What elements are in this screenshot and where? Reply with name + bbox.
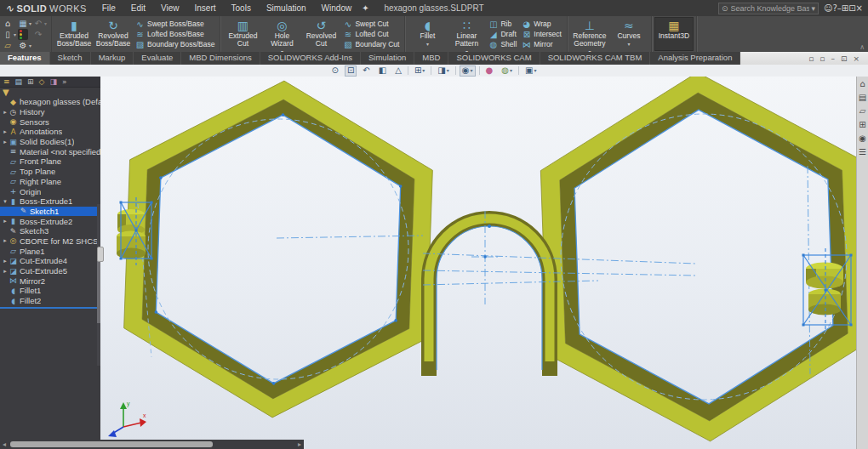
- panel-horizontal-scrollbar[interactable]: ◂ ▸: [0, 440, 304, 449]
- tab-analysis-preparation[interactable]: Analysis Preparation: [650, 52, 740, 65]
- panel-tab-display-manager[interactable]: ◨: [50, 77, 58, 86]
- expand-arrow-icon[interactable]: ▸: [2, 109, 9, 116]
- pane-right-icon[interactable]: ▫: [819, 54, 825, 63]
- tree-filter-row[interactable]: ▼: [0, 88, 100, 97]
- tree-item-annotations[interactable]: ▸AAnnotations: [0, 127, 100, 137]
- pane-left-icon[interactable]: ▫: [808, 54, 814, 63]
- file-explorer-button[interactable]: ▱: [859, 106, 866, 116]
- curves-button[interactable]: ≈Curves▾: [609, 17, 648, 51]
- expand-arrow-icon[interactable]: ▸: [2, 268, 9, 275]
- tree-item-sensors[interactable]: ◉Sensors: [0, 117, 100, 127]
- left-lens[interactable]: [121, 77, 436, 423]
- appearances-button[interactable]: ◉: [859, 134, 866, 143]
- display-style-button[interactable]: ◨▾: [435, 65, 451, 77]
- dropdown-arrow-icon[interactable]: ▾: [447, 66, 449, 75]
- lofted-boss-base-button[interactable]: ≋Lofted Boss/Base: [135, 29, 214, 39]
- edit-appearance-button[interactable]: ●: [483, 65, 496, 77]
- previous-view-button[interactable]: ↶: [360, 65, 372, 77]
- tab-markup[interactable]: Markup: [91, 52, 134, 65]
- annotation-views-button[interactable]: △: [392, 65, 404, 77]
- boundary-boss-base-button[interactable]: ▨Boundary Boss/Base: [135, 39, 214, 49]
- tree-item-origin[interactable]: +Origin: [0, 186, 100, 196]
- tab-solidworks-add-ins[interactable]: SOLIDWORKS Add-Ins: [260, 52, 361, 65]
- tab-features[interactable]: Features: [0, 52, 50, 65]
- close-window-icon[interactable]: ×: [856, 3, 863, 13]
- hide-show-items-button[interactable]: ◉▾: [460, 65, 476, 77]
- boundary-cut-button[interactable]: ▧Boundary Cut: [343, 39, 399, 49]
- view-settings-button[interactable]: ▣▾: [523, 65, 539, 77]
- swept-cut-button[interactable]: ∿Swept Cut: [343, 19, 399, 29]
- fillet-button[interactable]: ◖Fillet▾: [408, 17, 447, 51]
- panel-splitter-handle[interactable]: [97, 247, 104, 262]
- menu-simulation[interactable]: Simulation: [260, 2, 313, 14]
- model-canvas[interactable]: y x: [100, 77, 856, 449]
- user-account-icon[interactable]: ☺: [824, 3, 832, 13]
- new-file-button[interactable]: ▯▾: [3, 29, 16, 40]
- zoom-fit-button[interactable]: ⊙: [329, 65, 341, 77]
- tree-item-cut-extrude5[interactable]: ▸◪Cut-Extrude5: [0, 266, 100, 276]
- wrap-button[interactable]: ◕Wrap: [522, 19, 562, 29]
- hole-wizard-button[interactable]: ◎Hole Wizard▾: [262, 17, 301, 51]
- design-library-button[interactable]: ▤: [859, 93, 866, 102]
- panel-tab-configuration-manager[interactable]: ⊞: [27, 77, 34, 86]
- menu-edit[interactable]: Edit: [124, 2, 152, 14]
- search-box[interactable]: ⊙ ▾: [718, 3, 819, 14]
- rib-button[interactable]: ◫Rib: [488, 19, 517, 29]
- dropdown-arrow-icon[interactable]: ▾: [29, 20, 31, 26]
- revolved-boss-base-button[interactable]: ↻Revolved Boss/Base: [94, 17, 133, 51]
- tree-scrollbar-thumb[interactable]: [97, 255, 100, 323]
- dropdown-arrow-icon[interactable]: ▾: [14, 31, 16, 37]
- open-button[interactable]: ▱: [3, 40, 16, 51]
- search-input[interactable]: [731, 4, 809, 13]
- tree-item-mirror2[interactable]: ⋈Mirror2: [0, 276, 100, 286]
- expand-arrow-icon[interactable]: ▸: [2, 237, 9, 244]
- tree-item-sketch1[interactable]: ✎Sketch1: [0, 207, 100, 217]
- panel-tab-feature-manager[interactable]: ≡: [3, 77, 10, 86]
- dropdown-arrow-icon[interactable]: ▾: [422, 66, 425, 75]
- expand-arrow-icon[interactable]: ▾: [2, 198, 9, 205]
- taskpane-home-button[interactable]: ⌂: [859, 79, 865, 88]
- funnel-filter-icon[interactable]: ▼: [3, 88, 9, 97]
- home-button[interactable]: ⌂: [3, 18, 16, 29]
- tree-item-solid-bodies-1[interactable]: ▸▣Solid Bodies(1): [0, 137, 100, 147]
- dropdown-arrow-icon[interactable]: ▾: [470, 66, 472, 75]
- tree-item-boss-extrude2[interactable]: ▸▮Boss-Extrude2: [0, 216, 100, 226]
- linear-pattern-button[interactable]: ∷Linear Pattern▾: [447, 17, 486, 51]
- menu-window[interactable]: Window: [315, 2, 359, 14]
- expand-arrow-icon[interactable]: ▸: [2, 139, 9, 145]
- instant3d-button[interactable]: ▦Instant3D: [654, 17, 694, 51]
- tree-item-history[interactable]: ▸◷History: [0, 107, 100, 117]
- pin-icon[interactable]: ✦: [362, 3, 368, 13]
- options-button[interactable]: ⚙▾: [18, 40, 31, 51]
- menu-tools[interactable]: Tools: [225, 2, 258, 14]
- section-view-button[interactable]: ◧: [376, 65, 389, 77]
- mirror-button[interactable]: ⋈Mirror: [522, 39, 562, 49]
- menu-insert[interactable]: Insert: [188, 2, 223, 14]
- dropdown-arrow-icon[interactable]: ▾: [510, 66, 512, 75]
- window-grid-icon[interactable]: ⊞: [842, 3, 848, 13]
- restore-doc-icon[interactable]: ⊡: [841, 54, 848, 63]
- zoom-area-button[interactable]: ⊡: [345, 65, 357, 77]
- save-button[interactable]: ▦▾: [18, 18, 31, 29]
- tree-item-front-plane[interactable]: ▱Front Plane: [0, 156, 100, 167]
- close-doc-icon[interactable]: ×: [853, 54, 859, 63]
- tab-mbd-dimensions[interactable]: MBD Dimensions: [181, 52, 260, 65]
- revolved-cut-button[interactable]: ↺Revolved Cut: [301, 17, 340, 51]
- dropdown-arrow-icon[interactable]: ▾: [426, 40, 429, 48]
- reference-geometry-button[interactable]: ⊥Reference Geometry▾: [570, 17, 609, 51]
- swept-boss-base-button[interactable]: ∿Swept Boss/Base: [135, 19, 214, 29]
- draft-button[interactable]: ◢Draft: [488, 29, 517, 39]
- tab-simulation[interactable]: Simulation: [361, 52, 414, 65]
- tree-item-right-plane[interactable]: ▱Right Plane: [0, 177, 100, 187]
- expand-arrow-icon[interactable]: ▸: [2, 258, 9, 264]
- tab-sketch[interactable]: Sketch: [50, 52, 91, 65]
- search-dropdown-icon[interactable]: ▾: [812, 4, 816, 13]
- custom-properties-button[interactable]: ☰: [859, 147, 866, 156]
- intersect-button[interactable]: ⊠Intersect: [522, 29, 562, 39]
- tree-item-boss-extrude1[interactable]: ▾▮Boss-Extrude1: [0, 196, 100, 207]
- tree-item-hexagon-glasses-default-defa[interactable]: ◆hexagon glasses (Default) <<Defa: [0, 97, 100, 107]
- scroll-left-arrow-icon[interactable]: ◂: [0, 440, 9, 448]
- shell-button[interactable]: ◍Shell: [488, 39, 517, 49]
- tab-mbd[interactable]: MBD: [414, 52, 448, 65]
- bridge[interactable]: [421, 211, 557, 376]
